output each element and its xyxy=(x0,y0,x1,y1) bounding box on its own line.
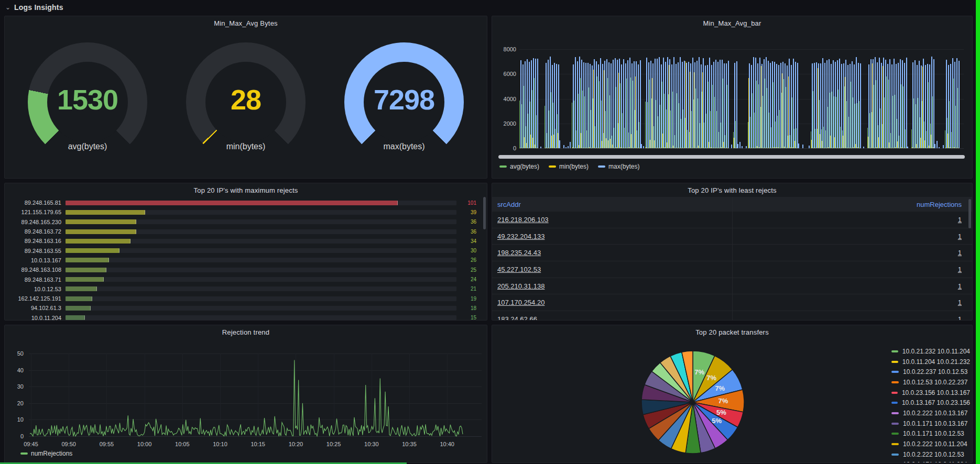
legend-swatch xyxy=(891,361,898,363)
bar xyxy=(746,146,747,148)
pie-legend-item[interactable]: 10.0.1.171 10.0.13.167 xyxy=(891,418,970,429)
bar xyxy=(848,117,849,148)
num-rejections-link[interactable]: 1 xyxy=(729,216,972,224)
legend-label: 10.0.12.53 10.0.22.237 xyxy=(903,379,967,386)
num-rejections-link[interactable]: 1 xyxy=(729,249,972,257)
column-header-numrejections[interactable]: numRejections xyxy=(729,201,972,208)
bar xyxy=(926,131,927,148)
bar xyxy=(901,84,901,148)
src-addr-link[interactable]: 216.218.206.103 xyxy=(492,216,729,224)
vertical-scrollbar[interactable] xyxy=(968,199,971,228)
pie-slice-label: 7% xyxy=(694,368,704,376)
max-rejects-rows[interactable]: 89.248.165.81101121.155.179.653989.248.1… xyxy=(9,198,483,320)
x-tick-label: 10:40 xyxy=(435,441,459,447)
pie-legend-item[interactable]: 10.0.13.167 10.0.23.156 xyxy=(891,397,970,408)
legend-swatch xyxy=(891,381,899,383)
bar xyxy=(572,103,572,148)
bar xyxy=(906,58,907,148)
pie-legend-item[interactable]: 10.0.1.171 10.0.11.204 xyxy=(891,460,970,462)
pie-chart[interactable]: 7%7%7%7%5%5% xyxy=(635,344,751,460)
src-addr-link[interactable]: 49.232.204.133 xyxy=(492,233,729,240)
panel-min-max-avg-bar: Min_Max_Avg_bar 80006000400020000 avg(by… xyxy=(492,16,973,179)
bar xyxy=(754,113,755,148)
pie-legend-item[interactable]: 10.0.22.237 10.0.12.53 xyxy=(891,367,970,377)
horizontal-scrollbar[interactable] xyxy=(498,155,965,159)
src-addr-link[interactable]: 198.235.24.43 xyxy=(492,249,729,257)
bar-value: 15 xyxy=(462,315,476,320)
num-rejections-link[interactable]: 1 xyxy=(729,299,972,306)
src-addr-link[interactable]: 45.227.102.53 xyxy=(492,266,729,273)
num-rejections-link[interactable]: 1 xyxy=(729,233,972,240)
bar-fill xyxy=(66,315,85,320)
pie-legend-item[interactable]: 10.0.23.156 10.0.13.167 xyxy=(891,388,970,398)
bar xyxy=(798,143,799,148)
src-addr-link[interactable]: 107.170.254.20 xyxy=(492,299,729,306)
num-rejections-link[interactable]: 1 xyxy=(729,266,972,273)
bar-chart-plot[interactable] xyxy=(519,49,964,148)
panel-max-rejects: Top 20 IP's with maximum rejects 89.248.… xyxy=(4,183,487,321)
column-header-srcaddr[interactable]: srcAddr xyxy=(492,201,729,208)
x-tick-label: 09:50 xyxy=(57,441,80,447)
bar-gauge-row: 89.248.163.5530 xyxy=(9,246,483,255)
pie-legend-item[interactable]: 10.0.12.53 10.0.22.237 xyxy=(891,377,970,388)
bar-value: 26 xyxy=(462,257,476,263)
pie-legend-item[interactable]: 10.0.2.222 10.0.11.204 xyxy=(891,439,970,449)
legend-label: 10.0.1.171 10.0.12.53 xyxy=(903,430,964,437)
bar xyxy=(767,88,767,148)
bar xyxy=(934,144,935,148)
bar xyxy=(750,117,750,148)
num-rejections-link[interactable]: 1 xyxy=(729,282,972,290)
ip-label: 10.0.11.204 xyxy=(9,315,61,320)
bar-track xyxy=(66,229,456,234)
legend-item-min(bytes)[interactable]: min(bytes) xyxy=(549,163,589,170)
pie-legend-item[interactable]: 10.0.21.232 10.0.11.204 xyxy=(891,346,970,357)
ip-label: 89.248.165.230 xyxy=(9,219,61,225)
bar xyxy=(949,101,950,148)
trend-plot[interactable] xyxy=(29,353,469,438)
legend-item-numRejections[interactable]: numRejections xyxy=(20,450,72,457)
bar-track xyxy=(66,277,456,282)
bar-gauge-row: 10.0.13.16726 xyxy=(9,256,483,265)
bar xyxy=(797,63,798,148)
gauge-min(bytes): 28min(bytes) xyxy=(167,35,324,167)
bar xyxy=(660,105,660,148)
row-title: Logs Insights xyxy=(14,3,63,12)
row-header-logs-insights[interactable]: ⌄ Logs Insights xyxy=(0,0,980,15)
bar-gauge-row: 89.248.165.81101 xyxy=(9,198,483,207)
bar xyxy=(537,59,538,148)
bar xyxy=(823,127,824,148)
chevron-down-icon: ⌄ xyxy=(5,4,10,10)
src-addr-link[interactable]: 205.210.31.138 xyxy=(492,282,729,290)
bar-gauge-row: 89.248.165.23036 xyxy=(9,217,483,227)
bar xyxy=(607,78,608,148)
bar-group xyxy=(540,147,542,148)
y-tick-label: 10 xyxy=(6,416,24,423)
vertical-scrollbar[interactable] xyxy=(483,197,486,229)
legend-item-max(bytes)[interactable]: max(bytes) xyxy=(598,163,639,170)
bar xyxy=(863,147,864,148)
gauge-max(bytes): 7298max(bytes) xyxy=(325,35,483,167)
bar xyxy=(570,142,571,148)
bar xyxy=(622,113,623,148)
bar xyxy=(937,141,938,148)
legend-item-avg(bytes)[interactable]: avg(bytes) xyxy=(499,163,539,170)
bar xyxy=(786,87,786,148)
bar xyxy=(790,135,790,148)
y-tick-label: 6000 xyxy=(493,71,516,77)
src-addr-link[interactable]: 183.24.62.66 xyxy=(492,315,729,320)
pie-legend-item[interactable]: 10.0.1.171 10.0.12.53 xyxy=(891,429,970,439)
pie-slice-label: 5% xyxy=(712,417,722,425)
bar xyxy=(620,83,620,148)
bar-value: 36 xyxy=(462,219,476,225)
pie-legend-item[interactable]: 10.0.2.222 10.0.13.167 xyxy=(891,408,970,418)
x-tick-label: 10:30 xyxy=(360,441,383,447)
bar xyxy=(555,129,556,148)
bar xyxy=(832,92,832,148)
y-tick-label: 40 xyxy=(6,367,24,373)
pie-legend-item[interactable]: 10.0.11.204 10.0.21.232 xyxy=(891,357,970,367)
num-rejections-link[interactable]: 1 xyxy=(729,315,972,320)
pie-legend-item[interactable]: 10.0.2.222 10.0.12.53 xyxy=(891,449,970,460)
legend-swatch xyxy=(891,443,899,445)
bar xyxy=(519,101,520,148)
legend-swatch xyxy=(549,165,556,168)
